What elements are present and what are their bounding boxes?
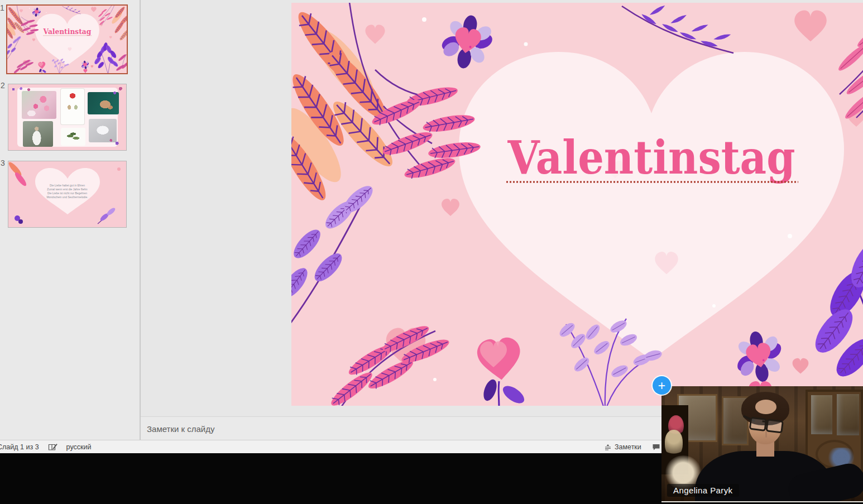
slide-1-preview (7, 6, 127, 73)
application-window: 1 2 3 (0, 0, 863, 504)
photo-valentine-card (61, 89, 84, 124)
zoom-plus-button[interactable]: + (653, 376, 671, 395)
floral-corner-decor (9, 85, 35, 93)
floral-corner-decor (107, 84, 126, 99)
photo-bride (23, 121, 53, 147)
cabinet-glass-pane (811, 395, 832, 434)
slide-number-1: 1 (0, 3, 6, 12)
slide-thumbnail-3[interactable]: Die Liebe haltet gut in Ehren Zumal wenn… (8, 161, 127, 228)
proofing-icon[interactable] (48, 443, 57, 452)
slide-canvas[interactable] (291, 3, 863, 406)
glasses-lens (749, 417, 768, 431)
participant-video[interactable]: Angelina Paryk (661, 386, 863, 502)
panel-divider[interactable] (140, 0, 141, 440)
poem-line: Mondschein und Seufzermelodie. (8, 195, 126, 199)
notes-placeholder: Заметки к слайду (147, 424, 215, 434)
slide-thumbnail-1[interactable] (6, 4, 128, 74)
participant-name: Angelina Paryk (673, 486, 733, 495)
poem-line: Zumal wenn erst die Jahre fliehn (8, 188, 126, 191)
photo-leaf-sprig (61, 128, 85, 146)
cabinet-glass-pane (837, 394, 859, 435)
notes-toggle-button[interactable]: Заметки (604, 443, 641, 451)
slide-3-poem: Die Liebe haltet gut in Ehren Zumal wenn… (8, 184, 126, 199)
slide-counter: Слайд 1 из 3 (0, 443, 39, 451)
slide-editor-area (141, 0, 863, 416)
poem-line: Die Liebe haltet gut in Ehren (8, 184, 126, 188)
language-indicator[interactable]: русский (66, 443, 92, 451)
plus-icon: + (658, 378, 665, 393)
slide-number-3: 3 (1, 159, 6, 167)
photo-bouquet (22, 91, 56, 119)
comments-icon (652, 443, 660, 451)
slide-artwork (291, 3, 863, 406)
person-forehead (755, 400, 776, 414)
person-nose-shadow (765, 431, 767, 438)
floral-corner-decor (105, 135, 125, 149)
participant-name-label: Angelina Paryk (667, 484, 739, 497)
glasses-lens (765, 419, 784, 433)
slide-number-2: 2 (1, 81, 6, 90)
background-figure (665, 430, 683, 457)
notes-icon (604, 443, 612, 451)
slide-thumbnail-panel: 1 2 3 (0, 0, 140, 440)
notes-toggle-label: Заметки (615, 443, 641, 451)
slide-thumbnail-2[interactable] (8, 84, 127, 151)
poem-line: Die Liebe ist nicht nur Begehren (8, 191, 126, 195)
